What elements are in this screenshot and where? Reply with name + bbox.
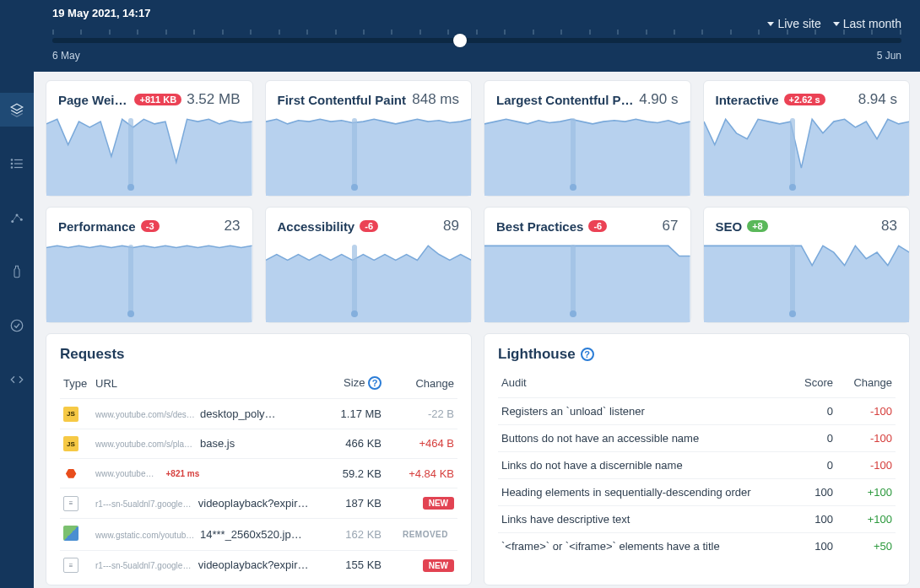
metric-sparkline [46,241,252,322]
requests-panel: Requests Type URL Size ? Change JS www.y… [46,333,472,585]
size-cell: 187 KB [317,488,385,519]
metric-card[interactable]: SEO +8 83 [703,207,911,323]
table-row[interactable]: ≡ r1---sn-5ualdnl7.googlev…videoplayback… [60,488,457,519]
col-change: Change [836,371,896,398]
change-cell: +464 B [385,429,457,459]
table-row[interactable]: Registers an `unload` listener 0 -100 [498,398,896,425]
chevron-down-icon [767,22,774,26]
metric-title: Best Practices [496,219,583,234]
size-cell: 466 KB [317,429,385,459]
url-path: 14***_2560x520.jp… [200,528,302,541]
document-icon: ≡ [63,496,78,511]
metric-sparkline [266,241,472,322]
metric-value: 67 [663,218,679,235]
lighthouse-panel: Lighthouse ? Audit Score Change Register… [484,333,910,585]
svg-point-4 [11,163,13,165]
requests-table: Type URL Size ? Change JS www.youtube.co… [60,371,457,580]
url-host: www.youtube.com/s/player/fba9… [95,440,197,449]
score-cell: 0 [786,425,836,452]
table-row[interactable]: Links do not have a discernible name 0 -… [498,452,896,479]
timeline-slider[interactable]: 6 May 5 Jun [52,30,901,57]
audit-cell: `<frame>` or `<iframe>` elements have a … [498,533,786,560]
change-cell: +50 [836,533,896,560]
url-host: www.gstatic.com/youtube/i… [95,531,197,540]
metric-badge: +2.62 s [784,94,825,105]
size-cell: 59.2 KB [317,459,385,488]
nav-code[interactable] [0,363,34,396]
nav-layers[interactable] [0,93,34,127]
metric-card[interactable]: First Contentful Paint 848 ms [265,80,473,197]
table-row[interactable]: Heading elements in sequentially-descend… [498,479,896,506]
metric-sparkline [484,115,690,196]
nav-bottle[interactable] [0,255,34,289]
change-cell: +4.84 KB [385,459,457,488]
url-host: r1---sn-5ualdnl7.googlev… [95,561,195,570]
site-dropdown[interactable]: Live site [767,17,820,30]
metric-card[interactable]: Accessibility -6 89 [265,207,473,323]
score-cell: 0 [786,398,836,425]
js-icon: JS [63,436,78,451]
metric-sparkline [266,115,472,196]
help-icon[interactable]: ? [581,348,594,361]
range-end: 5 Jun [877,50,901,62]
metric-value: 848 ms [412,91,459,108]
change-cell: +100 [836,479,896,506]
table-row[interactable]: `<frame>` or `<iframe>` elements have a … [498,533,896,560]
table-row[interactable]: Buttons do not have an accessible name 0… [498,425,896,452]
range-start: 6 May [52,50,80,62]
change-cell: NEW [385,488,457,519]
document-icon: ≡ [63,558,78,573]
col-size[interactable]: Size ? [317,371,385,399]
nav-list[interactable] [0,147,34,181]
size-cell: 1.17 MB [317,399,385,429]
metric-card[interactable]: Best Practices -6 67 [484,207,691,323]
metric-card[interactable]: Largest Contentful P… 4.90 s [484,80,691,197]
metric-title: Accessibility [278,219,355,234]
timing-badge: +821 ms [165,469,199,478]
svg-point-9 [11,320,23,332]
metric-card[interactable]: Performance -3 23 [46,207,253,323]
js-icon: JS [63,407,78,422]
table-row[interactable]: Links have descriptive text 100 +100 [498,506,896,533]
timeline-knob[interactable] [453,34,467,47]
table-row[interactable]: ⬣ www.youtube…+821 ms 59.2 KB +4.84 KB [60,459,457,488]
url-host: www.youtube.com/s/desktop/092… [95,410,197,419]
help-icon[interactable]: ? [368,376,382,390]
change-cell: -100 [836,452,896,479]
score-cell: 100 [786,479,836,506]
change-cell: +100 [836,506,896,533]
url-path: desktop_poly… [200,407,276,420]
metric-value: 23 [225,218,241,235]
period-dropdown[interactable]: Last month [833,17,901,30]
col-type: Type [60,371,92,399]
nav-check[interactable] [0,309,34,343]
url-host: www.youtube… [95,469,154,478]
audit-cell: Links have descriptive text [498,506,786,533]
metric-value: 89 [443,218,459,235]
metric-card[interactable]: Page Weight +811 KB 3.52 MB [46,80,253,197]
col-url: URL [92,371,317,399]
url-path: videoplayback?expire… [198,497,314,510]
table-row[interactable]: www.gstatic.com/youtube/i…14***_2560x520… [60,518,457,550]
chevron-down-icon [833,22,840,26]
nav-network[interactable] [0,201,34,235]
audit-cell: Registers an `unload` listener [498,398,786,425]
score-cell: 100 [786,506,836,533]
svg-point-3 [11,159,13,161]
change-cell: -100 [836,398,896,425]
col-change: Change [385,371,457,399]
metric-sparkline [704,241,910,322]
audit-cell: Heading elements in sequentially-descend… [498,479,786,506]
metric-title: First Contentful Paint [278,93,407,107]
new-pill: NEW [423,497,454,510]
table-row[interactable]: JS www.youtube.com/s/player/fba9…base.js… [60,429,457,459]
url-host: r1---sn-5ualdnl7.googlev… [95,499,195,509]
table-row[interactable]: JS www.youtube.com/s/desktop/092…desktop… [60,399,457,429]
metric-badge: +811 KB [134,94,181,105]
metric-card[interactable]: Interactive +2.62 s 8.94 s [703,80,911,197]
metric-title: Interactive [716,93,779,107]
metric-title: Performance [58,219,136,234]
image-icon [63,526,78,541]
col-audit: Audit [498,371,786,398]
table-row[interactable]: ≡ r1---sn-5ualdnl7.googlev…videoplayback… [60,550,457,580]
